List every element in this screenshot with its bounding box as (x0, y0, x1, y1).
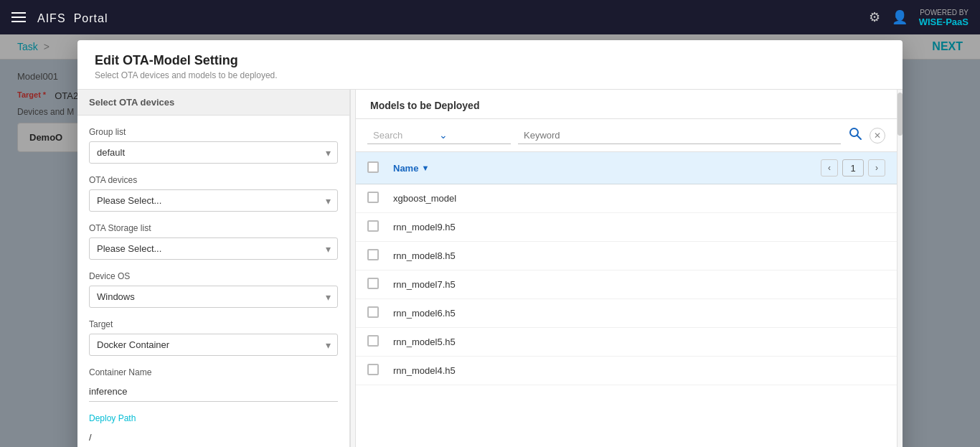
device-os-field: Device OS Windows (89, 271, 338, 308)
right-panel: Models to be Deployed Search ⌄ (356, 90, 897, 447)
hamburger-menu[interactable] (11, 12, 26, 22)
sort-icon[interactable]: ▼ (421, 164, 429, 172)
row-checkbox-cell (367, 364, 393, 377)
left-panel: Select OTA devices Group list default (77, 90, 350, 447)
target-select[interactable]: Docker Container (89, 334, 338, 356)
group-list-field: Group list default (89, 127, 338, 164)
device-os-label: Device OS (89, 271, 338, 281)
ota-storage-field: OTA Storage list Please Select... (89, 223, 338, 260)
prev-page-button[interactable]: ‹ (821, 159, 838, 177)
table-rows: xgboost_model rnn_model9.h5 rnn_model8.h… (356, 184, 897, 385)
row-model-name: rnn_model5.h5 (393, 337, 885, 347)
device-os-select-wrapper: Windows (89, 286, 338, 308)
table-row: rnn_model5.h5 (356, 328, 897, 357)
keyword-input[interactable] (518, 127, 841, 144)
row-checkbox-cell (367, 278, 393, 291)
row-checkbox[interactable] (367, 249, 379, 260)
row-model-name: rnn_model8.h5 (393, 250, 885, 261)
modal-title: Edit OTA-Model Setting (95, 53, 885, 68)
next-page-button[interactable]: › (868, 159, 885, 177)
row-checkbox-cell (367, 220, 393, 234)
ota-devices-label: OTA devices (89, 175, 338, 185)
ota-storage-select[interactable]: Please Select... (89, 237, 338, 260)
target-select-wrapper: Docker Container (89, 334, 338, 356)
gear-icon[interactable]: ⚙ (869, 9, 880, 25)
table-row: rnn_model7.h5 (356, 270, 897, 299)
container-name-field: Container Name (89, 367, 338, 402)
topbar-right: ⚙ 👤 POWERED BY WISE-PaaS (869, 8, 969, 27)
pagination: ‹ 1 › (821, 159, 885, 177)
scrollbar-track (897, 90, 903, 447)
svg-line-1 (857, 136, 861, 139)
deploy-path-field: Deploy Path (89, 413, 338, 447)
deploy-path-input[interactable] (89, 428, 338, 447)
row-checkbox[interactable] (367, 278, 379, 289)
search-bar: Search ⌄ ✕ (356, 119, 897, 152)
topbar: AIFS Portal ⚙ 👤 POWERED BY WISE-PaaS (0, 0, 980, 34)
ota-devices-select[interactable]: Please Select... (89, 189, 338, 212)
ota-devices-select-wrapper: Please Select... (89, 189, 338, 212)
row-model-name: rnn_model7.h5 (393, 279, 885, 290)
portal-label: Portal (74, 12, 108, 24)
group-list-select-wrapper: default (89, 141, 338, 164)
table-row: rnn_model9.h5 (356, 213, 897, 242)
modal-header: Edit OTA-Model Setting Select OTA device… (77, 40, 903, 90)
left-panel-body: Group list default OTA devices (77, 116, 349, 447)
ota-devices-field: OTA devices Please Select... (89, 175, 338, 212)
header-checkbox-cell (367, 161, 393, 175)
container-name-input[interactable] (89, 382, 338, 402)
name-column-label: Name (393, 163, 418, 174)
user-icon[interactable]: 👤 (892, 9, 908, 25)
right-panel-header: Models to be Deployed (356, 90, 897, 119)
group-list-label: Group list (89, 127, 338, 137)
page-number: 1 (842, 159, 864, 177)
app-logo: AIFS Portal (34, 8, 108, 27)
table-row: rnn_model4.h5 (356, 357, 897, 385)
left-panel-header: Select OTA devices (77, 90, 349, 116)
brand-info: POWERED BY WISE-PaaS (919, 8, 969, 27)
row-checkbox-cell (367, 306, 393, 320)
search-dropdown[interactable]: Search ⌄ (367, 126, 511, 144)
search-button[interactable] (848, 126, 862, 144)
table-row: xgboost_model (356, 184, 897, 213)
powered-by-label: POWERED BY (920, 9, 969, 17)
row-model-name: rnn_model6.h5 (393, 308, 885, 319)
container-name-label: Container Name (89, 367, 338, 377)
scrollbar-thumb[interactable] (897, 93, 903, 136)
row-checkbox[interactable] (367, 220, 379, 232)
modal-subtitle: Select OTA devices and models to be depl… (95, 70, 885, 80)
chevron-down-icon: ⌄ (439, 129, 505, 141)
panel-divider (350, 90, 356, 447)
row-checkbox-cell (367, 335, 393, 349)
modal-body: Select OTA devices Group list default (77, 90, 903, 447)
name-column-header: Name ▼ (393, 163, 821, 174)
platform-name: WISE-PaaS (919, 17, 969, 27)
background-page: Task > NEXT Model001 Target * OTA2.0 Dev… (0, 34, 980, 447)
row-checkbox[interactable] (367, 335, 379, 347)
search-dropdown-label: Search (373, 130, 439, 141)
select-all-checkbox[interactable] (367, 161, 379, 173)
row-checkbox[interactable] (367, 192, 379, 203)
target-form-label: Target (89, 319, 338, 329)
search-icon (848, 126, 862, 141)
ota-storage-select-wrapper: Please Select... (89, 237, 338, 260)
row-model-name: xgboost_model (393, 193, 885, 204)
group-list-select[interactable]: default (89, 141, 338, 164)
ota-storage-label: OTA Storage list (89, 223, 338, 233)
row-model-name: rnn_model4.h5 (393, 365, 885, 376)
target-field: Target Docker Container (89, 319, 338, 356)
device-os-select[interactable]: Windows (89, 286, 338, 308)
modal-dialog: Edit OTA-Model Setting Select OTA device… (77, 40, 903, 447)
clear-search-button[interactable]: ✕ (870, 128, 885, 143)
table-row: rnn_model8.h5 (356, 242, 897, 270)
model-table: Name ▼ ‹ 1 › xgboost_m (356, 152, 897, 447)
logo-text: AIFS (37, 12, 66, 24)
table-header: Name ▼ ‹ 1 › (356, 152, 897, 184)
row-checkbox-cell (367, 249, 393, 263)
row-checkbox[interactable] (367, 306, 379, 318)
row-checkbox[interactable] (367, 364, 379, 375)
table-row: rnn_model6.h5 (356, 299, 897, 328)
row-checkbox-cell (367, 192, 393, 205)
row-model-name: rnn_model9.h5 (393, 222, 885, 232)
modal-overlay: Edit OTA-Model Setting Select OTA device… (0, 34, 980, 447)
